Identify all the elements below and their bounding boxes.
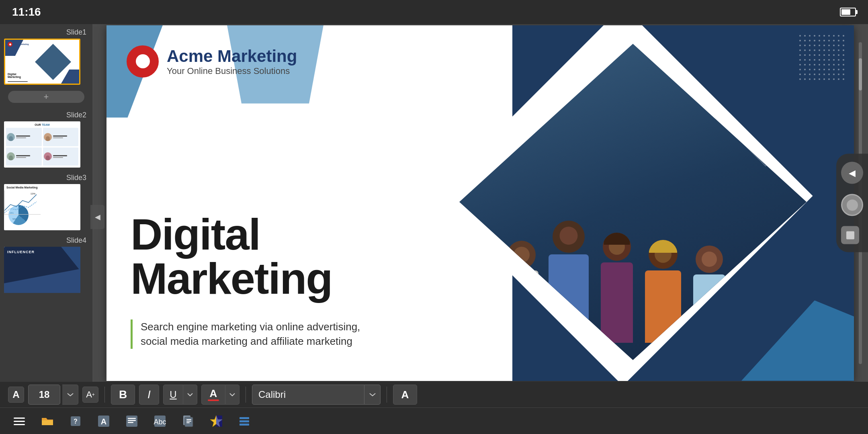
scroll-thumb[interactable] <box>859 58 862 90</box>
layers-icon[interactable] <box>233 410 255 432</box>
slide-item-2: Slide2 OUR TEAM <box>0 107 92 170</box>
slide-label-2: Slide2 <box>4 111 88 119</box>
company-name: Acme Marketing <box>167 47 297 66</box>
slide-label-1: Slide1 <box>4 28 88 37</box>
slide1-nav-icon: → <box>79 57 80 66</box>
slide-item-1: Slide1 Acme Marketing DigitalMarketing <box>0 24 92 87</box>
svg-rect-4 <box>14 424 25 425</box>
slide-logo: Acme Marketing Your Online Business Solu… <box>127 45 297 78</box>
slide-area: Acme Marketing Your Online Business Solu… <box>92 24 868 382</box>
font-color-group: A <box>201 385 240 405</box>
slide-label-4: Slide4 <box>4 236 88 245</box>
font-size-input[interactable] <box>28 385 60 405</box>
bold-button[interactable]: B <box>111 385 135 405</box>
slide-subtitle-text: Search engine marketing via online adver… <box>141 319 360 349</box>
right-controls: ◀ <box>836 154 868 252</box>
svg-rect-11 <box>128 420 136 421</box>
font-size-increase-button[interactable]: A+ <box>82 387 98 403</box>
slide-item-4: Slide4 INFLUENCER <box>0 232 92 295</box>
folder-icon[interactable] <box>36 410 58 432</box>
help-edit-icon[interactable]: ? <box>64 410 86 432</box>
font-size-dropdown[interactable] <box>62 385 78 405</box>
slide-label-3: Slide3 <box>4 174 88 182</box>
character-button[interactable]: A <box>393 385 417 405</box>
slide-canvas: Acme Marketing Your Online Business Solu… <box>106 25 854 381</box>
slide-thumb-2[interactable]: OUR TEAM <box>4 121 80 168</box>
slide-item-3: Slide3 Social Media Marketing 13% 59 <box>0 170 92 232</box>
slide-thumb-1[interactable]: Acme Marketing DigitalMarketing → <box>4 39 80 85</box>
toolbar-top: A A+ B I U A <box>0 382 868 408</box>
svg-text:?: ? <box>74 418 78 425</box>
toolbar: A A+ B I U A <box>0 382 868 434</box>
font-color-dropdown[interactable] <box>225 385 240 405</box>
underline-group: U <box>163 385 197 405</box>
svg-rect-19 <box>186 422 190 423</box>
svg-text:A: A <box>100 417 106 426</box>
font-color-indicator <box>208 399 219 401</box>
divider-2 <box>246 387 246 403</box>
svg-text:Abc: Abc <box>154 418 166 426</box>
dots-decoration <box>798 33 846 82</box>
company-tagline: Your Online Business Solutions <box>167 66 297 76</box>
font-select-dropdown[interactable] <box>364 385 381 405</box>
svg-rect-9 <box>126 416 137 427</box>
status-time: 11:16 <box>12 6 41 18</box>
record-button[interactable] <box>841 194 863 216</box>
status-right <box>840 8 856 16</box>
font-size-decrease-button[interactable]: A <box>8 387 24 403</box>
favorite-icon[interactable] <box>205 410 227 432</box>
svg-rect-12 <box>128 422 133 423</box>
slide-thumb-4[interactable]: INFLUENCER <box>4 247 80 293</box>
font-size-group <box>28 385 78 405</box>
logo-text: Acme Marketing Your Online Business Solu… <box>167 47 297 76</box>
text-format-icon[interactable]: A <box>92 410 115 432</box>
slide-canvas-wrapper: Acme Marketing Your Online Business Solu… <box>92 24 868 382</box>
sidebar: Slide1 Acme Marketing DigitalMarketing <box>0 24 92 382</box>
svg-rect-25 <box>240 424 249 426</box>
underline-dropdown[interactable] <box>183 385 197 405</box>
paragraph-icon[interactable] <box>121 410 143 432</box>
logo-icon <box>127 45 159 78</box>
slide-thumb-3[interactable]: Social Media Marketing 13% 59% 28% <box>4 184 80 230</box>
main-area: Slide1 Acme Marketing DigitalMarketing <box>0 24 868 382</box>
svg-rect-2 <box>14 418 25 419</box>
prev-slide-button[interactable]: ◀ <box>841 162 863 184</box>
battery-icon <box>840 8 856 16</box>
svg-rect-3 <box>14 421 25 422</box>
sidebar-collapse-button[interactable]: ◀ <box>90 205 104 229</box>
slide-subtitle: Search engine marketing via online adver… <box>131 319 360 349</box>
svg-rect-1 <box>798 33 846 82</box>
underline-button[interactable]: U <box>163 385 183 405</box>
svg-rect-24 <box>240 420 249 422</box>
toolbar-bottom: ? A Abc <box>0 408 868 434</box>
svg-rect-17 <box>186 419 191 420</box>
divider-3 <box>387 387 387 403</box>
add-slide-area: + <box>0 89 92 105</box>
logo-icon-inner <box>136 54 150 68</box>
font-color-button[interactable]: A <box>201 385 225 405</box>
slide-title: Digital Marketing <box>131 212 332 301</box>
document-icon[interactable] <box>177 410 199 432</box>
svg-rect-18 <box>186 421 191 422</box>
status-bar: 11:16 <box>0 0 868 24</box>
shapes-icon[interactable]: Abc <box>149 410 171 432</box>
svg-rect-10 <box>128 418 136 419</box>
font-select-input[interactable] <box>252 385 364 405</box>
svg-rect-23 <box>240 417 249 419</box>
menu-icon[interactable] <box>8 410 30 432</box>
svg-rect-16 <box>185 417 193 427</box>
italic-button[interactable]: I <box>139 385 159 405</box>
divider-1 <box>104 387 105 403</box>
slide-title-text: Digital Marketing <box>131 212 332 301</box>
stop-button[interactable] <box>841 226 859 244</box>
font-select-group <box>252 385 381 405</box>
add-slide-button[interactable]: + <box>8 91 84 103</box>
